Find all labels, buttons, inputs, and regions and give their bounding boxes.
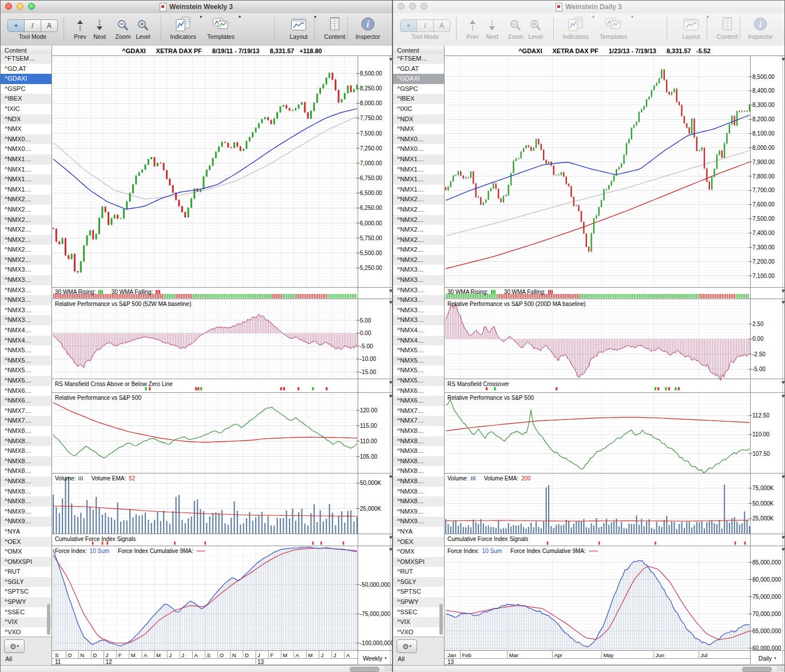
sidebar-item[interactable]: ^NMX8… [1, 476, 51, 487]
sidebar-item[interactable]: ^IXIC [1, 104, 51, 114]
sidebar-item[interactable]: ^NMX [1, 124, 51, 134]
titlebar[interactable]: Weinstein Weekly 3 [1, 1, 392, 14]
next-button[interactable]: Next [90, 15, 109, 43]
sidebar-item[interactable]: ^NMX8… [393, 426, 444, 436]
close-button[interactable] [398, 3, 405, 10]
resize-grip[interactable] [777, 664, 784, 671]
sidebar-item[interactable]: ^NYA [393, 527, 444, 537]
prev-button[interactable]: Prev [70, 15, 90, 43]
inspector-button[interactable]: iInspector [743, 15, 778, 43]
sidebar-item[interactable]: ^NMX9… [1, 516, 51, 527]
titlebar[interactable]: Weinstein Daily 3 [393, 1, 784, 14]
sidebar-item[interactable]: ^NMX7… [393, 406, 444, 416]
templates-button[interactable]: ▾Templates [594, 15, 632, 43]
sidebar-item[interactable]: ^NMX8… [1, 487, 51, 497]
sidebar-item[interactable]: ^OMX [1, 547, 51, 557]
sidebar-item[interactable]: ^NMX3… [1, 305, 51, 316]
sidebar-item[interactable]: ^NMX2… [393, 245, 444, 255]
close-button[interactable] [5, 3, 12, 10]
sidebar-item[interactable]: ^NMX3… [1, 295, 51, 305]
sidebar-item[interactable]: ^NMX8… [393, 456, 444, 467]
sidebar-item[interactable]: ^NMX5… [1, 365, 51, 376]
sidebar-item[interactable]: ^NMX5… [393, 345, 444, 356]
sidebar-item[interactable]: ^RUT [1, 567, 51, 577]
sidebar-item[interactable]: ^VXO [1, 627, 51, 637]
sidebar-item[interactable]: ^SGLY [1, 577, 51, 587]
sidebar-item[interactable]: ^NMX8… [393, 476, 444, 487]
indicators-button[interactable]: ▾Indicators [165, 15, 201, 43]
sidebar-item[interactable]: ^NMX2… [393, 255, 444, 265]
indicators-button[interactable]: ▾Indicators [558, 15, 593, 43]
action-gear-button[interactable]: ⚙▾ [397, 639, 417, 653]
sidebar-item[interactable]: ^OEX [1, 537, 51, 547]
sidebar-item[interactable]: ^OMXSPI [1, 557, 51, 567]
panel-disclosure-icon[interactable] [782, 290, 785, 293]
sidebar-item[interactable]: ^NMX8… [1, 446, 51, 456]
sidebar-item[interactable]: ^NMX9… [1, 507, 51, 517]
sidebar-item[interactable]: ^GSPC [1, 84, 51, 94]
sidebar-item[interactable]: ^NMX3… [393, 295, 444, 305]
layout-button[interactable]: ▾Layout [675, 15, 708, 43]
panel-disclosure-icon[interactable] [782, 476, 785, 479]
horizontal-scrollbar[interactable] [1, 665, 392, 672]
sidebar-item[interactable]: ^NMX5… [393, 376, 444, 386]
chart-canvas[interactable]: 8,500.008,400.008,300.008,200.008,100.00… [445, 56, 785, 665]
zoom-window-button[interactable] [421, 3, 427, 10]
sidebar-item[interactable]: ^NYA [1, 527, 51, 537]
content-button[interactable]: Content [319, 15, 351, 43]
sidebar-item[interactable]: ^NMX7… [1, 406, 51, 416]
sidebar-item[interactable]: ^NMX2… [393, 235, 444, 245]
horizontal-scrollbar-thumb[interactable] [742, 667, 772, 672]
zoom-in-button[interactable]: Level [525, 15, 546, 43]
sidebar-item[interactable]: ^NMX5… [1, 345, 51, 356]
sidebar-item[interactable]: ^NMX5… [393, 356, 444, 366]
tool-mode-segment-text[interactable]: A [41, 20, 57, 31]
sidebar-item[interactable]: ^OMX [393, 547, 444, 557]
sidebar-item[interactable]: ^NMX2… [1, 245, 51, 255]
sidebar-item[interactable]: ^NMX4… [393, 325, 444, 336]
panel-disclosure-icon[interactable] [782, 395, 785, 398]
sidebar-item[interactable]: ^NMX1… [1, 174, 51, 185]
sidebar-item[interactable]: ^NMX2… [393, 225, 444, 235]
sidebar-item[interactable]: ^NMX1… [393, 154, 444, 165]
sidebar-item[interactable]: ^NMX3… [1, 275, 51, 285]
sidebar-item[interactable]: ^VIX [1, 617, 51, 627]
minimize-button[interactable] [17, 3, 23, 10]
zoom-out-button[interactable]: Zoom [113, 15, 133, 43]
sidebar-item[interactable]: ^NMX2… [393, 215, 444, 225]
sidebar-item[interactable]: ^NMX8… [1, 436, 51, 447]
sidebar-item[interactable]: ^GD.AT [1, 64, 51, 74]
sidebar-item[interactable]: ^NMX4… [1, 325, 51, 336]
sidebar-item[interactable]: ^IXIC [393, 104, 444, 114]
sidebar-item[interactable]: ^NMX9… [393, 507, 444, 517]
sidebar-item[interactable]: ^NMX1… [1, 185, 51, 195]
sidebar-item[interactable]: ^SPWY [1, 597, 51, 607]
chart-panels[interactable]: 30 WMA Rising: 30 WMA Falling: Relative … [52, 56, 392, 665]
sidebar-item[interactable]: ^NMX2… [1, 205, 51, 215]
sidebar-scrollbar-thumb[interactable] [439, 604, 443, 635]
sidebar-item[interactable]: ^NMX2… [1, 235, 51, 245]
resize-grip[interactable] [384, 664, 391, 671]
horizontal-scrollbar[interactable] [393, 665, 784, 672]
sidebar-item[interactable]: ^FTSEM… [1, 54, 51, 64]
sidebar-item[interactable]: ^NMX4… [393, 336, 444, 346]
sidebar-item[interactable]: ^NMX8… [393, 446, 444, 456]
sidebar-item[interactable]: ^NMX6… [1, 386, 51, 396]
tool-mode-segment-crosshair[interactable]: + [8, 20, 25, 31]
sidebar-item[interactable]: ^SPWY [393, 597, 444, 607]
sidebar-item[interactable]: ^SPTSC [393, 587, 444, 597]
timeframe-select[interactable]: Daily▾ [752, 651, 783, 665]
sidebar-item[interactable]: ^NMX7… [393, 416, 444, 426]
sidebar-item[interactable]: ^NMX1… [1, 154, 51, 165]
sidebar-item[interactable]: ^NMX5… [393, 365, 444, 376]
sidebar-item[interactable]: ^NMX8… [393, 436, 444, 447]
tool-mode-segmented-control[interactable]: +/A [7, 19, 58, 32]
sidebar-item[interactable]: ^IBEX [393, 94, 444, 104]
tool-mode-segment-line[interactable]: / [417, 20, 434, 31]
panel-disclosure-icon[interactable] [782, 58, 785, 61]
sidebar-item[interactable]: ^IBEX [1, 94, 51, 104]
sidebar-item[interactable]: ^NMX2… [1, 225, 51, 235]
sidebar-item[interactable]: ^NMX6… [1, 396, 51, 406]
sidebar-item[interactable]: ^NMX9… [393, 516, 444, 527]
chart-canvas[interactable]: 8,500.008,250.008,000.007,750.007,500.00… [52, 56, 393, 665]
